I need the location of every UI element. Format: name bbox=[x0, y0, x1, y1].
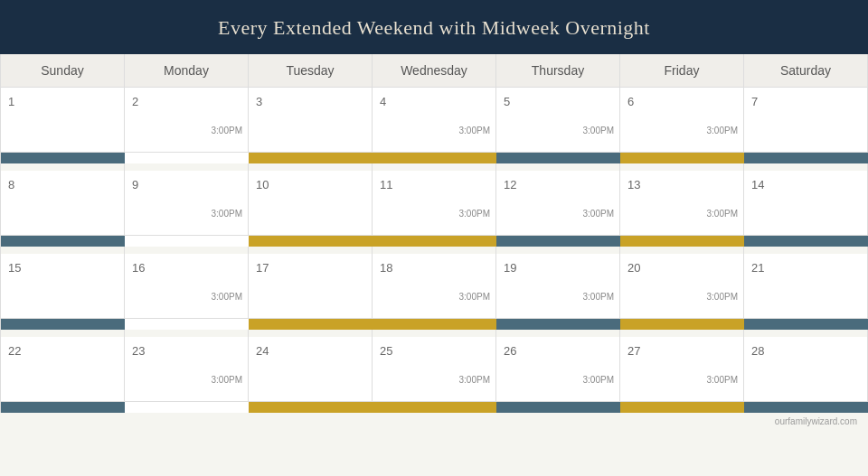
spacer-cell bbox=[249, 163, 373, 171]
day-number: 5 bbox=[504, 95, 510, 108]
day-number: 15 bbox=[8, 261, 21, 275]
day-cell: 8 bbox=[1, 171, 125, 236]
day-cell: 93:00PM bbox=[125, 171, 249, 236]
day-number: 11 bbox=[380, 178, 392, 191]
day-cell: 163:00PM bbox=[125, 254, 249, 319]
day-number: 24 bbox=[256, 344, 269, 358]
bar-cell bbox=[249, 236, 373, 247]
spacer-cell bbox=[125, 330, 249, 337]
week-row: 22233:00PM24253:00PM263:00PM273:00PM28 bbox=[1, 337, 868, 402]
day-cell: 43:00PM bbox=[373, 88, 496, 153]
time-label: 3:00PM bbox=[212, 209, 242, 219]
day-cell: 233:00PM bbox=[125, 337, 249, 402]
day-header-friday: Friday bbox=[620, 54, 744, 88]
day-header-tuesday: Tuesday bbox=[249, 54, 373, 88]
day-number: 14 bbox=[751, 178, 764, 191]
bar-cell bbox=[496, 153, 620, 163]
bar-cell bbox=[744, 153, 868, 163]
day-cell: 10 bbox=[249, 171, 373, 236]
day-number: 28 bbox=[751, 344, 764, 358]
spacer-cell bbox=[1, 163, 125, 171]
spacer-cell bbox=[249, 247, 373, 254]
day-cell: 17 bbox=[249, 254, 373, 319]
day-cell: 14 bbox=[744, 171, 868, 236]
spacer-cell bbox=[496, 247, 620, 254]
day-cell: 53:00PM bbox=[496, 88, 620, 153]
day-number: 27 bbox=[627, 344, 640, 358]
day-cell: 203:00PM bbox=[620, 254, 744, 319]
spacer-cell bbox=[125, 247, 249, 254]
bar-cell bbox=[373, 153, 496, 163]
spacer-cell bbox=[620, 163, 744, 171]
day-number: 10 bbox=[256, 178, 269, 191]
day-cell: 23:00PM bbox=[125, 88, 249, 153]
bar-cell bbox=[496, 319, 620, 330]
day-cell: 193:00PM bbox=[496, 254, 620, 319]
day-cell: 263:00PM bbox=[496, 337, 620, 402]
spacer-cell bbox=[1, 247, 125, 254]
bar-cell bbox=[125, 402, 249, 413]
day-number: 4 bbox=[380, 95, 386, 108]
day-number: 23 bbox=[132, 344, 145, 358]
time-label: 3:00PM bbox=[459, 375, 490, 385]
spacer-cell bbox=[744, 247, 868, 254]
time-label: 3:00PM bbox=[459, 126, 490, 135]
day-number: 8 bbox=[8, 178, 14, 191]
spacer-cell bbox=[373, 247, 496, 254]
bar-cell bbox=[496, 236, 620, 247]
bar-cell bbox=[249, 319, 373, 330]
bar-cell bbox=[125, 319, 249, 330]
day-number: 12 bbox=[504, 178, 516, 191]
day-cell: 63:00PM bbox=[620, 88, 744, 153]
day-cell: 183:00PM bbox=[373, 254, 496, 319]
bar-cell bbox=[620, 319, 744, 330]
day-header-wednesday: Wednesday bbox=[373, 54, 496, 88]
bar-cell bbox=[373, 236, 496, 247]
time-label: 3:00PM bbox=[707, 375, 738, 385]
day-number: 6 bbox=[627, 95, 634, 108]
day-number: 1 bbox=[8, 95, 14, 108]
day-cell: 1 bbox=[1, 88, 125, 153]
day-number: 17 bbox=[256, 261, 269, 275]
spacer-row bbox=[1, 163, 868, 171]
day-number: 22 bbox=[8, 344, 21, 358]
day-cell: 22 bbox=[1, 337, 125, 402]
week-row: 893:00PM10113:00PM123:00PM133:00PM14 bbox=[1, 171, 868, 236]
bar-cell bbox=[1, 153, 125, 163]
day-number: 16 bbox=[132, 261, 145, 275]
time-label: 3:00PM bbox=[707, 126, 738, 135]
spacer-cell bbox=[496, 163, 620, 171]
spacer-cell bbox=[744, 163, 868, 171]
time-label: 3:00PM bbox=[707, 292, 738, 302]
day-header-thursday: Thursday bbox=[496, 54, 620, 88]
time-label: 3:00PM bbox=[459, 292, 490, 302]
spacer-row bbox=[1, 330, 868, 337]
day-cell: 21 bbox=[744, 254, 868, 319]
bar-cell bbox=[1, 236, 125, 247]
day-number: 7 bbox=[751, 95, 758, 108]
time-label: 3:00PM bbox=[459, 209, 490, 219]
time-label: 3:00PM bbox=[707, 209, 738, 219]
bar-cell bbox=[496, 402, 620, 413]
day-number: 3 bbox=[256, 95, 262, 108]
footer: ourfamilywizard.com bbox=[0, 413, 868, 428]
day-header-sunday: Sunday bbox=[1, 54, 125, 88]
bar-cell bbox=[744, 319, 868, 330]
day-cell: 15 bbox=[1, 254, 125, 319]
bar-cell bbox=[744, 402, 868, 413]
bar-cell bbox=[1, 319, 125, 330]
footer-text: ourfamilywizard.com bbox=[775, 416, 857, 426]
bar-cell bbox=[373, 402, 496, 413]
day-number: 2 bbox=[132, 95, 138, 108]
spacer-cell bbox=[620, 247, 744, 254]
spacer-cell bbox=[373, 330, 496, 337]
bar-cell bbox=[620, 153, 744, 163]
day-number: 9 bbox=[132, 178, 138, 191]
time-label: 3:00PM bbox=[583, 375, 614, 385]
week-row: 123:00PM343:00PM53:00PM63:00PM7 bbox=[1, 88, 868, 153]
bar-cell bbox=[125, 153, 249, 163]
day-header-saturday: Saturday bbox=[744, 54, 868, 88]
week-row: 15163:00PM17183:00PM193:00PM203:00PM21 bbox=[1, 254, 868, 319]
day-number: 21 bbox=[751, 261, 764, 275]
bar-cell bbox=[373, 319, 496, 330]
